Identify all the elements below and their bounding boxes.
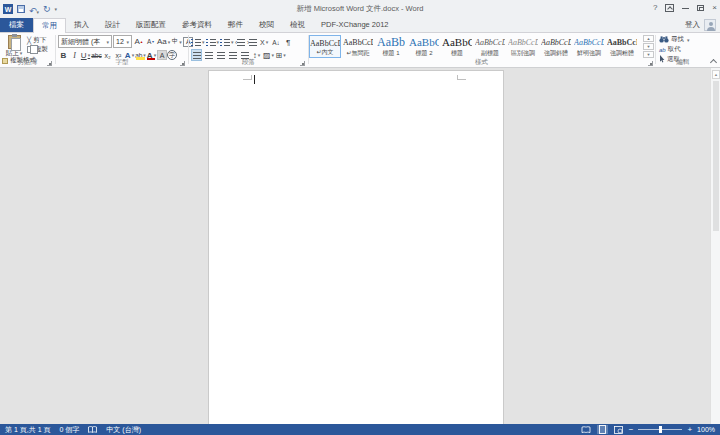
decrease-indent-button[interactable]: ‹ <box>235 36 246 48</box>
tab-file[interactable]: 檔案 <box>0 18 33 32</box>
font-dialog-launcher-icon[interactable] <box>180 61 185 66</box>
ribbon: 貼上 ╳剪下 複製 複製格式 剪貼簿 新細明體 (本▾ 12▾ A A Aa 中… <box>0 33 720 68</box>
close-icon[interactable]: × <box>712 2 717 14</box>
collapse-ribbon-icon[interactable] <box>711 58 716 63</box>
text-cursor <box>254 75 255 84</box>
scrollbar-thumb[interactable] <box>713 81 719 231</box>
shrink-font-button[interactable]: A <box>145 36 156 48</box>
phonetic-guide-button[interactable]: 中 <box>171 36 182 48</box>
multilevel-list-icon <box>220 39 230 46</box>
language-indicator[interactable]: 中文 (台灣) <box>106 425 141 435</box>
style-emphasis[interactable]: AaBbCcDdE強調斜體 <box>540 35 572 58</box>
copy-icon <box>27 46 33 53</box>
find-button[interactable]: 尋找 <box>659 34 690 44</box>
paragraph-dialog-launcher-icon[interactable] <box>300 61 305 66</box>
paragraph-group: ‹ › X A↓ ¶ ↕ ▨ ⊞ 段落 <box>189 33 308 68</box>
save-icon[interactable] <box>17 5 25 13</box>
style-heading2[interactable]: AaBbC標題 2 <box>408 35 440 58</box>
style-strong[interactable]: AaBbCcDdE強調粗體 <box>606 35 638 58</box>
help-icon[interactable]: ? <box>653 2 657 14</box>
zoom-level[interactable]: 100% <box>697 426 715 433</box>
style-normal[interactable]: AaBbCcDdE↵內文 <box>309 35 341 58</box>
margin-cropmark-topright <box>457 75 466 80</box>
tab-layout[interactable]: 版面配置 <box>128 18 174 32</box>
web-layout-icon <box>614 426 623 434</box>
word-logo-icon[interactable]: W <box>3 4 13 14</box>
web-layout-button[interactable] <box>613 425 624 434</box>
asian-layout-icon: X <box>260 39 265 46</box>
title-bar: 新增 Microsoft Word 文件.docx - Word W ↶▾ ↻ … <box>0 0 720 18</box>
window-controls: ? × <box>653 1 717 15</box>
tab-view[interactable]: 檢視 <box>282 18 313 32</box>
increase-indent-button[interactable]: › <box>247 36 258 48</box>
zoom-slider[interactable] <box>638 425 682 434</box>
read-mode-button[interactable] <box>581 425 592 434</box>
replace-icon <box>659 46 666 53</box>
style-subtitle[interactable]: AaBbCcDdE副標題 <box>474 35 506 58</box>
style-no-spacing[interactable]: AaBbCcDdE↵無間距 <box>342 35 374 58</box>
vertical-scrollbar[interactable]: ▲ <box>710 68 720 424</box>
styles-dialog-launcher-icon[interactable] <box>648 61 653 66</box>
zoom-in-button[interactable]: + <box>687 425 692 434</box>
cut-icon: ╳ <box>27 37 31 44</box>
minimize-icon[interactable] <box>682 8 689 9</box>
font-name-combo[interactable]: 新細明體 (本▾ <box>58 35 112 48</box>
style-gallery-scroll: ▲ ▼ ▼ <box>643 35 654 58</box>
clipboard-dialog-launcher-icon[interactable] <box>47 61 52 66</box>
show-hide-marks-button[interactable]: ¶ <box>283 36 294 48</box>
restore-icon[interactable] <box>697 5 704 11</box>
style-heading1[interactable]: AaBb標題 1 <box>375 35 407 58</box>
paste-button[interactable]: 貼上 <box>2 35 26 58</box>
bullets-icon <box>191 39 201 46</box>
bullets-button[interactable] <box>191 36 205 48</box>
status-bar: 第 1 頁,共 1 頁 0 個字 中文 (台灣) − + 100% <box>0 424 720 435</box>
font-group-label: 字型 <box>56 58 188 67</box>
page-info[interactable]: 第 1 頁,共 1 頁 <box>5 425 51 435</box>
undo-button[interactable]: ↶▾ <box>29 0 39 18</box>
font-group: 新細明體 (本▾ 12▾ A A Aa 中 A B I U abc x₂ x² … <box>56 33 188 68</box>
margin-cropmark-topleft <box>243 75 252 80</box>
undo-dropdown-icon[interactable]: ▾ <box>37 9 40 15</box>
tab-references[interactable]: 參考資料 <box>174 18 220 32</box>
style-gallery-up-icon[interactable]: ▲ <box>643 35 654 42</box>
tab-pdf-xchange[interactable]: PDF-XChange 2012 <box>313 18 397 32</box>
zoom-out-button[interactable]: − <box>629 425 634 434</box>
word-count[interactable]: 0 個字 <box>60 425 80 435</box>
tab-insert[interactable]: 插入 <box>66 18 97 32</box>
print-layout-button[interactable] <box>597 425 608 434</box>
sort-button[interactable]: A↓ <box>271 36 282 48</box>
quick-access-toolbar: W ↶▾ ↻ ▾ <box>3 2 57 16</box>
tab-mailings[interactable]: 郵件 <box>220 18 251 32</box>
qat-customize-icon[interactable]: ▾ <box>55 6 58 12</box>
redo-icon[interactable]: ↻ <box>43 4 51 14</box>
grow-font-button[interactable]: A <box>133 36 144 48</box>
undo-icon: ↶ <box>29 6 37 16</box>
style-gallery-more-icon[interactable]: ▼ <box>643 51 654 58</box>
document-page[interactable] <box>208 70 504 424</box>
numbering-button[interactable] <box>206 36 220 48</box>
tab-review[interactable]: 校閱 <box>251 18 282 32</box>
change-case-button[interactable]: Aa <box>157 36 170 48</box>
paste-icon <box>8 35 21 49</box>
ribbon-display-options-icon[interactable] <box>665 4 674 12</box>
window-title: 新增 Microsoft Word 文件.docx - Word <box>0 0 720 18</box>
zoom-slider-thumb[interactable] <box>659 426 662 433</box>
font-size-combo[interactable]: 12▾ <box>113 35 132 48</box>
paragraph-group-label: 段落 <box>189 58 308 67</box>
copy-button[interactable]: 複製 <box>27 45 48 54</box>
multilevel-list-button[interactable] <box>220 36 234 48</box>
replace-button[interactable]: 取代 <box>659 44 681 54</box>
sign-in[interactable]: 登入 <box>685 18 720 32</box>
proofing-icon[interactable] <box>88 426 97 434</box>
style-subtle-emphasis[interactable]: AaBbCcDdE區別強調 <box>507 35 539 58</box>
document-area: ▲ <box>0 68 720 424</box>
find-icon <box>659 36 669 43</box>
style-intense-emphasis[interactable]: AaBbCcDdE鮮明強調 <box>573 35 605 58</box>
tab-design[interactable]: 設計 <box>97 18 128 32</box>
scroll-up-icon[interactable]: ▲ <box>712 70 720 79</box>
style-gallery-down-icon[interactable]: ▼ <box>643 43 654 50</box>
style-title[interactable]: AaBbCcI標題 <box>441 35 473 58</box>
asian-layout-button[interactable]: X <box>259 36 270 48</box>
tab-home[interactable]: 常用 <box>33 18 66 33</box>
ribbon-tab-row: 檔案 常用 插入 設計 版面配置 參考資料 郵件 校閱 檢視 PDF-XChan… <box>0 18 720 33</box>
